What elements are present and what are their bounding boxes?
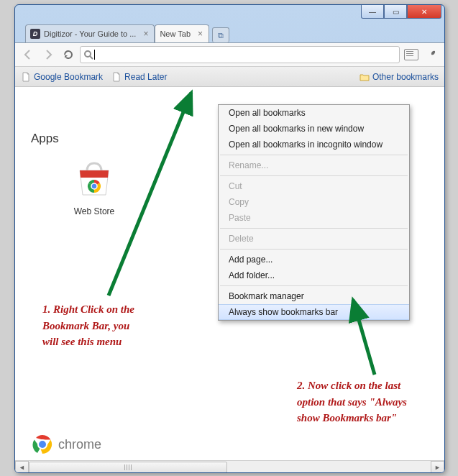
annotation-line: show Bookmarks bar" xyxy=(297,410,407,426)
text-caret xyxy=(94,50,95,60)
scroll-left-button[interactable]: ◄ xyxy=(15,461,29,473)
toolbar xyxy=(15,42,444,67)
annotation-1: 1. Right Click on the Bookmark Bar, you … xyxy=(42,301,134,350)
ctx-delete: Delete xyxy=(219,231,409,247)
svg-point-0 xyxy=(85,51,91,57)
tab-active[interactable]: New Tab × xyxy=(155,24,209,42)
other-bookmarks-label: Other bookmarks xyxy=(372,72,439,82)
annotation-line: Bookmark Bar, you xyxy=(42,318,134,334)
wrench-menu-button[interactable] xyxy=(423,46,440,63)
omnibox[interactable] xyxy=(80,46,400,63)
chrome-label: chrome xyxy=(58,437,101,452)
tab-close-icon[interactable]: × xyxy=(143,29,148,39)
tab-background[interactable]: D Digitizor - Your Guide to ... × xyxy=(25,24,155,42)
horizontal-scrollbar[interactable]: ◄ ► xyxy=(15,460,444,473)
annotation-line: 2. Now click on the last xyxy=(297,377,407,394)
titlebar: — ▭ ✕ xyxy=(15,5,444,24)
scroll-thumb[interactable] xyxy=(29,462,227,473)
window-close-button[interactable]: ✕ xyxy=(407,5,441,19)
separator xyxy=(220,175,408,176)
arrow-left-icon xyxy=(22,49,34,60)
folder-icon xyxy=(359,72,370,82)
plus-icon: ⧉ xyxy=(218,31,224,40)
annotation-line: will see this menu xyxy=(42,334,134,350)
back-button[interactable] xyxy=(19,46,37,63)
annotation-line: option that says "Always xyxy=(297,394,407,411)
ctx-paste: Paste xyxy=(219,210,409,226)
file-icon xyxy=(111,72,122,82)
window-maximize-button[interactable]: ▭ xyxy=(384,5,407,19)
reload-icon xyxy=(63,49,74,60)
annotation-2: 2. Now click on the last option that say… xyxy=(297,377,407,426)
bookmark-label: Google Bookmark xyxy=(34,72,103,82)
ctx-copy: Copy xyxy=(219,194,409,210)
apps-heading: Apps xyxy=(31,132,59,146)
scroll-right-button[interactable]: ► xyxy=(431,461,444,473)
ctx-open-all-incognito[interactable]: Open all bookmarks in incognito window xyxy=(219,137,409,152)
separator xyxy=(220,228,408,229)
bookmark-item[interactable]: Read Later xyxy=(111,72,167,82)
ctx-bookmark-manager[interactable]: Bookmark manager xyxy=(219,288,409,304)
ctx-always-show-bookmarks-bar[interactable]: Always show bookmarks bar xyxy=(219,304,409,320)
separator xyxy=(220,155,408,155)
annotation-line: 1. Right Click on the xyxy=(42,301,134,318)
tab-strip: D Digitizor - Your Guide to ... × New Ta… xyxy=(15,24,444,42)
ctx-cut: Cut xyxy=(219,178,409,194)
ctx-open-all-new-window[interactable]: Open all bookmarks in new window xyxy=(219,121,409,137)
bookmark-label: Read Later xyxy=(124,72,167,82)
window-minimize-button[interactable]: — xyxy=(361,5,384,19)
omnibox-input[interactable] xyxy=(98,49,396,61)
page-content: Apps Web Store Open all bookmarks Open a… xyxy=(15,87,444,460)
tab-title: Digitizor - Your Guide to ... xyxy=(44,29,136,38)
ctx-open-all[interactable]: Open all bookmarks xyxy=(219,105,409,121)
new-tab-button[interactable]: ⧉ xyxy=(212,27,229,42)
webstore-icon xyxy=(74,159,114,199)
other-bookmarks-button[interactable]: Other bookmarks xyxy=(359,72,439,82)
file-icon xyxy=(21,72,31,82)
browser-window: — ▭ ✕ D Digitizor - Your Guide to ... × … xyxy=(14,4,445,473)
forward-button[interactable] xyxy=(40,46,57,63)
arrow-right-icon xyxy=(42,49,54,60)
wrench-icon xyxy=(426,49,437,60)
app-tile-webstore[interactable]: Web Store xyxy=(58,159,130,216)
bookmark-item[interactable]: Google Bookmark xyxy=(21,72,103,82)
bookmarks-bar[interactable]: Google Bookmark Read Later Other bookmar… xyxy=(15,67,444,87)
ctx-add-folder[interactable]: Add folder... xyxy=(219,267,409,283)
tab-close-icon[interactable]: × xyxy=(198,29,203,39)
reload-button[interactable] xyxy=(60,46,77,63)
page-menu-button[interactable] xyxy=(403,46,420,63)
tab-title: New Tab xyxy=(160,29,191,38)
ctx-rename: Rename... xyxy=(219,157,409,173)
chrome-icon xyxy=(32,434,52,454)
separator xyxy=(220,249,408,250)
favicon-icon: D xyxy=(30,29,40,39)
separator xyxy=(220,285,408,286)
chrome-logo: chrome xyxy=(32,434,101,454)
context-menu: Open all bookmarks Open all bookmarks in… xyxy=(218,104,410,321)
svg-line-1 xyxy=(90,56,93,59)
page-icon xyxy=(404,49,418,60)
scroll-track[interactable] xyxy=(29,462,431,473)
app-label: Web Store xyxy=(58,206,130,216)
search-icon xyxy=(83,50,93,60)
ctx-add-page[interactable]: Add page... xyxy=(219,252,409,267)
